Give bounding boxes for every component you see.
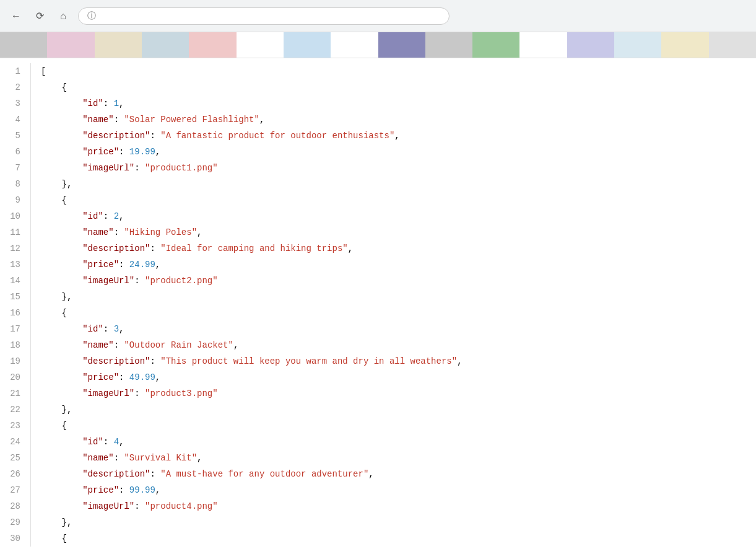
line-number: 15 [0,289,20,305]
line-number: 26 [0,466,20,482]
json-line: "description": "A must-have for any outd… [41,466,756,482]
line-number: 24 [0,434,20,450]
line-number: 17 [0,321,20,337]
json-line: "imageUrl": "product3.png" [41,385,756,402]
line-number: 5 [0,128,20,144]
browser-bar: ← ⟳ ⌂ ⓘ [0,0,756,32]
json-line: }, [41,402,756,418]
line-number: 8 [0,176,20,192]
line-numbers: 1234567891011121314151617181920212223242… [0,63,31,547]
line-number: 2 [0,79,20,95]
color-swatch [661,32,708,58]
json-line: "imageUrl": "product2.png" [41,273,756,289]
line-number: 20 [0,369,20,385]
json-line: "id": 1, [41,95,756,112]
line-number: 25 [0,450,20,466]
color-swatch [237,32,284,58]
line-number: 14 [0,273,20,289]
color-swatch [614,32,661,58]
json-line: }, [41,514,756,530]
line-number: 23 [0,418,20,434]
color-swatch [331,32,378,58]
json-display: 1234567891011121314151617181920212223242… [0,58,756,552]
line-number: 16 [0,305,20,321]
reload-button[interactable]: ⟳ [31,7,48,25]
color-swatch [47,32,94,58]
json-content: [ { "id": 1, "name": "Solar Powered Flas… [31,63,756,547]
line-number: 11 [0,224,20,240]
json-line: [ [41,63,756,79]
json-line: "name": "Solar Powered Flashlight", [41,112,756,128]
json-line: "id": 2, [41,208,756,224]
json-line: "description": "A fantastic product for … [41,128,756,144]
color-swatch [472,32,519,58]
line-number: 30 [0,530,20,547]
json-line: "price": 99.99, [41,482,756,498]
color-swatch [284,32,331,58]
color-swatch [95,32,142,58]
color-swatch [567,32,614,58]
info-icon: ⓘ [87,11,96,22]
line-number: 18 [0,337,20,353]
line-number: 22 [0,402,20,418]
line-number: 27 [0,482,20,498]
home-button[interactable]: ⌂ [54,7,72,25]
color-swatch [378,32,425,58]
line-number: 13 [0,257,20,273]
line-number: 21 [0,385,20,402]
json-line: "id": 4, [41,434,756,450]
color-swatch [189,32,236,58]
address-bar[interactable]: ⓘ [78,7,450,25]
color-palette-bar [0,32,756,58]
back-button[interactable]: ← [7,7,25,25]
json-line: "name": "Survival Kit", [41,450,756,466]
line-number: 3 [0,95,20,112]
json-line: "name": "Outdoor Rain Jacket", [41,337,756,353]
color-swatch [0,32,47,58]
line-number: 9 [0,192,20,208]
json-line: }, [41,289,756,305]
json-line: }, [41,176,756,192]
json-line: "price": 19.99, [41,144,756,160]
json-line: "id": 3, [41,321,756,337]
line-number: 4 [0,112,20,128]
json-line: "description": "Ideal for camping and hi… [41,240,756,257]
color-swatch [519,32,567,58]
json-line: { [41,305,756,321]
line-number: 12 [0,240,20,257]
json-line: { [41,192,756,208]
line-number: 28 [0,498,20,514]
line-number: 7 [0,160,20,176]
line-number: 10 [0,208,20,224]
line-number: 1 [0,63,20,79]
color-swatch [425,32,472,58]
json-line: { [41,530,756,547]
line-number: 19 [0,353,20,369]
color-swatch [709,32,756,58]
json-line: "description": "This product will keep y… [41,353,756,369]
json-line: "price": 49.99, [41,369,756,385]
line-number: 6 [0,144,20,160]
json-line: { [41,418,756,434]
json-line: "name": "Hiking Poles", [41,224,756,240]
json-line: "imageUrl": "product4.png" [41,498,756,514]
color-swatch [142,32,189,58]
line-number: 29 [0,514,20,530]
json-line: { [41,79,756,95]
json-line: "price": 24.99, [41,257,756,273]
json-line: "imageUrl": "product1.png" [41,160,756,176]
